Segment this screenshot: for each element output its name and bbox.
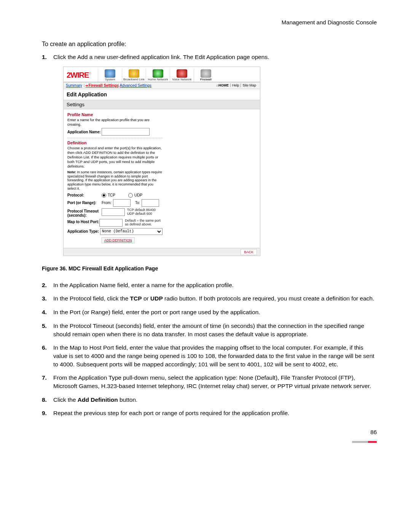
help-link[interactable]: Help <box>230 83 241 87</box>
radio-empty-icon <box>128 193 133 198</box>
step-text: In the Protocol Timeout (seconds) field,… <box>53 322 377 338</box>
sub-nav: Summary | Firewall Settings | Advanced S… <box>64 82 260 89</box>
step-text: In the Protocol field, click the TCP or … <box>53 294 377 303</box>
step-number: 9. <box>42 409 53 417</box>
step-text: Click the Add a new user-defined applica… <box>53 53 377 61</box>
step-number: 2. <box>42 281 53 289</box>
radio-filled-icon <box>102 193 106 198</box>
step-text: From the Application Type pull-down menu… <box>53 374 377 390</box>
step-text: In the Port (or Range) field, enter the … <box>53 308 377 316</box>
step-number: 7. <box>42 374 53 390</box>
protocol-udp-radio[interactable]: UDP <box>128 193 142 198</box>
protocol-label: Protocol: <box>67 193 102 197</box>
protocol-tcp-radio[interactable]: TCP <box>102 193 115 198</box>
brand-logo: 2WIRE® <box>65 69 98 82</box>
subnav-firewall-settings[interactable]: Firewall Settings <box>85 83 118 88</box>
application-type-label: Application Type: <box>67 229 100 233</box>
timeout-input[interactable] <box>102 208 125 216</box>
home-network-icon <box>153 69 163 78</box>
from-label: From: <box>102 201 112 205</box>
step-text: In the Application Name field, enter a n… <box>53 281 377 289</box>
step-number: 5. <box>42 322 53 338</box>
sitemap-link[interactable]: Site Map <box>241 83 258 87</box>
intro-text: To create an application profile: <box>42 41 377 48</box>
port-range-label: Port (or Range): <box>67 201 102 205</box>
definition-note: Note: In some rare instances, certain ap… <box>67 170 162 191</box>
system-icon <box>105 69 115 78</box>
page-title: Edit Application <box>64 89 260 100</box>
application-name-label: Application Name: <box>67 130 102 134</box>
step-text: Click the Add Definition button. <box>53 396 377 404</box>
firewall-icon <box>201 69 211 78</box>
settings-heading: Settings <box>64 100 260 109</box>
page-number: 86 <box>42 429 377 435</box>
map-to-host-input[interactable] <box>99 219 123 227</box>
step-number: 4. <box>42 308 53 316</box>
step-number: 1. <box>42 53 53 61</box>
map-to-host-label: Map to Host Port: <box>67 219 99 224</box>
application-name-input[interactable] <box>102 128 150 136</box>
port-from-input[interactable] <box>113 199 131 207</box>
step-number: 6. <box>42 343 53 368</box>
subnav-advanced-settings[interactable]: Advanced Settings <box>119 83 151 88</box>
nav-broadband[interactable]: Broadband Link <box>122 69 146 82</box>
definition-heading: Definition <box>67 141 162 145</box>
nav-voice-network[interactable]: Voice Network <box>170 69 194 82</box>
broadband-icon <box>129 69 139 78</box>
step-text: Repeat the previous step for each port o… <box>53 409 377 417</box>
profile-name-desc: Enter a name for the application profile… <box>67 118 162 127</box>
add-definition-button[interactable]: ADD DEFINITION <box>102 237 135 243</box>
back-button[interactable]: BACK <box>241 249 257 255</box>
footer-stripe <box>42 441 377 443</box>
definition-desc: Choose a protocol and enter the port(s) … <box>67 146 162 168</box>
step-number: 8. <box>42 396 53 404</box>
edit-application-screenshot: 2WIRE® System Broadband Link Home Networ… <box>63 67 260 256</box>
profile-name-heading: Profile Name <box>67 112 162 117</box>
timeout-label: Protocol Timeout (seconds): <box>67 208 102 217</box>
doc-header: Management and Diagnostic Console <box>42 19 377 26</box>
application-type-select[interactable]: None (Default) <box>100 228 162 235</box>
step-text: In the Map to Host Port field, enter the… <box>53 343 377 368</box>
port-to-input[interactable] <box>142 199 159 207</box>
nav-system[interactable]: System <box>98 69 122 82</box>
timeout-hint-udp: UDP default 600 <box>127 212 156 216</box>
figure-caption: Figure 36. MDC Firewall Edit Application… <box>42 265 377 272</box>
map-hint: Default = the same port as defined above… <box>125 219 162 227</box>
subnav-summary[interactable]: Summary <box>66 83 82 88</box>
step-number: 3. <box>42 294 53 303</box>
top-nav: 2WIRE® System Broadband Link Home Networ… <box>64 67 260 82</box>
voice-network-icon <box>177 69 187 78</box>
home-link[interactable]: HOME <box>215 83 230 87</box>
to-label: To: <box>135 201 140 205</box>
nav-firewall[interactable]: Firewall <box>194 69 218 82</box>
nav-home-network[interactable]: Home Network <box>146 69 170 82</box>
